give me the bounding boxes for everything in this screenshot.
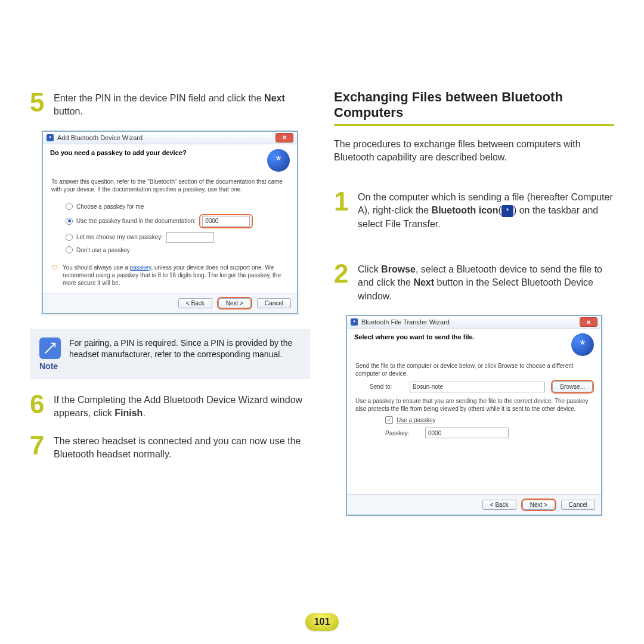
cancel-button[interactable]: Cancel bbox=[257, 298, 291, 308]
radio-use-doc-passkey[interactable]: Use the passkey found in the documentati… bbox=[66, 214, 289, 228]
text: button. bbox=[54, 106, 83, 116]
bluetooth-icon: * bbox=[501, 205, 513, 217]
step-number: 2 bbox=[334, 261, 352, 287]
instruction-text: Send the file to the computer or device … bbox=[355, 362, 593, 377]
step-5-text: Enter the PIN in the device PIN field an… bbox=[54, 89, 310, 119]
step-1-text: On the computer which is sending a file … bbox=[358, 188, 614, 231]
browse-button[interactable]: Browse... bbox=[552, 381, 593, 392]
dialog-title: Add Bluetooth Device Wizard bbox=[57, 134, 143, 141]
radio-choose-passkey[interactable]: Choose a passkey for me bbox=[66, 203, 289, 210]
section-heading: Exchanging Files between Bluetooth Compu… bbox=[334, 89, 614, 126]
sendto-field[interactable]: Bosun-note bbox=[410, 382, 545, 392]
text-bold: Next bbox=[264, 93, 285, 103]
dialog-question: Do you need a passkey to add your device… bbox=[50, 149, 187, 156]
use-passkey-checkbox[interactable]: Use a passkey bbox=[385, 416, 593, 424]
radio-own-passkey[interactable]: Let me choose my own passkey: bbox=[66, 232, 289, 243]
next-button[interactable]: Next > bbox=[218, 298, 251, 308]
section-intro: The procedures to exchange files between… bbox=[334, 138, 614, 165]
passkey-link[interactable]: passkey bbox=[130, 264, 151, 271]
close-button[interactable]: ✕ bbox=[275, 133, 293, 143]
step-6: 6 If the Completing the Add Bluetooth De… bbox=[30, 391, 310, 420]
bluetooth-icon: * bbox=[47, 134, 54, 141]
title-bar: * Add Bluetooth Device Wizard ✕ bbox=[43, 132, 297, 144]
step-number: 7 bbox=[30, 432, 48, 459]
dialog-header: Select where you want to send the file. bbox=[354, 333, 475, 340]
note-icon bbox=[39, 338, 61, 359]
page-number: 101 bbox=[305, 613, 339, 631]
step-7-text: The stereo headset is connected and you … bbox=[54, 432, 310, 462]
warning-text: You should always use a passkey, unless … bbox=[63, 264, 289, 287]
close-button[interactable]: ✕ bbox=[580, 317, 597, 327]
checkbox-label: Use a passkey bbox=[397, 416, 436, 424]
note-box: Note For pairing, a PIN is required. Sin… bbox=[30, 329, 310, 379]
cancel-button[interactable]: Cancel bbox=[561, 500, 595, 510]
step-2: 2 Click Browse, select a Bluetooth devic… bbox=[334, 261, 614, 303]
step-6-text: If the Completing the Add Bluetooth Devi… bbox=[54, 391, 310, 420]
step-5: 5 Enter the PIN in the device PIN field … bbox=[30, 89, 310, 119]
title-bar: * Bluetooth File Transfer Wizard ✕ bbox=[347, 316, 601, 329]
radio-label: Let me choose my own passkey: bbox=[76, 233, 163, 241]
sendto-label: Send to: bbox=[370, 383, 402, 391]
own-passkey-input[interactable] bbox=[166, 232, 214, 243]
bluetooth-icon: * bbox=[571, 333, 594, 356]
step-2-text: Click Browse, select a Bluetooth device … bbox=[358, 261, 614, 303]
back-button[interactable]: < Back bbox=[482, 500, 516, 510]
add-bluetooth-wizard-dialog: * Add Bluetooth Device Wizard ✕ Do you n… bbox=[42, 131, 298, 314]
step-7: 7 The stereo headset is connected and yo… bbox=[30, 432, 310, 462]
note-text: For pairing, a PIN is required. Since a … bbox=[69, 338, 301, 361]
dialog-title: Bluetooth File Transfer Wizard bbox=[361, 318, 450, 326]
passkey-label: Passkey: bbox=[385, 429, 418, 437]
bluetooth-icon: * bbox=[267, 149, 290, 172]
step-number: 1 bbox=[334, 188, 352, 215]
passkey-input[interactable]: 0000 bbox=[202, 216, 250, 227]
right-column: Exchanging Files between Bluetooth Compu… bbox=[334, 89, 614, 531]
radio-label: Choose a passkey for me bbox=[76, 203, 144, 210]
help-text: To answer this question, refer to the "B… bbox=[51, 178, 289, 193]
text: Enter the PIN in the device PIN field an… bbox=[54, 93, 264, 103]
bluetooth-icon: * bbox=[351, 318, 358, 326]
radio-label: Don't use a passkey bbox=[76, 246, 130, 254]
highlighted-field: 0000 bbox=[199, 214, 253, 228]
left-column: 5 Enter the PIN in the device PIN field … bbox=[30, 89, 310, 531]
instruction-text-2: Use a passkey to ensure that you are sen… bbox=[355, 397, 593, 413]
note-label: Note bbox=[39, 361, 61, 371]
file-transfer-wizard-dialog: * Bluetooth File Transfer Wizard ✕ Selec… bbox=[346, 315, 602, 516]
radio-no-passkey[interactable]: Don't use a passkey bbox=[66, 246, 289, 254]
radio-label: Use the passkey found in the documentati… bbox=[76, 217, 196, 225]
shield-icon: 🛡 bbox=[51, 264, 58, 287]
step-number: 5 bbox=[30, 89, 48, 116]
step-number: 6 bbox=[30, 391, 48, 417]
next-button[interactable]: Next > bbox=[522, 500, 555, 510]
back-button[interactable]: < Back bbox=[178, 298, 212, 308]
step-1: 1 On the computer which is sending a fil… bbox=[334, 188, 614, 231]
passkey-input[interactable]: 0000 bbox=[425, 428, 509, 438]
